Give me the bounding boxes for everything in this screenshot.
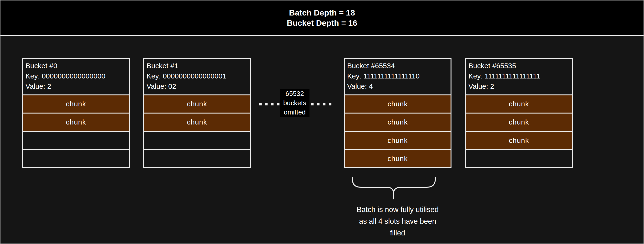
chunk-label: chunk <box>509 100 529 108</box>
chunk-label: chunk <box>388 118 408 126</box>
chunk-slot-empty <box>466 149 572 167</box>
annotation-line: Batch is now fully utilised <box>345 204 450 215</box>
bucket-1-info: Bucket #1 Key: 0000000000000001 Value: 0… <box>144 59 250 94</box>
bucket-title: Bucket #65534 <box>347 61 449 71</box>
chunk-slot-empty <box>144 149 250 167</box>
bucket-depth-text: Bucket Depth = 16 <box>287 18 358 28</box>
chunk-slot-filled: chunk <box>144 94 250 113</box>
omitted-count: 65532 <box>286 89 304 98</box>
chunk-slot-empty <box>144 131 250 149</box>
bucket-1-card: Bucket #1 Key: 0000000000000001 Value: 0… <box>143 58 251 168</box>
bucket-value: Value: 02 <box>146 81 248 91</box>
chunk-slot-filled: chunk <box>345 94 450 113</box>
bucket-key: Key: 1111111111111110 <box>347 71 449 81</box>
batch-depth-text: Batch Depth = 18 <box>289 8 355 18</box>
bucket-65535-card: Bucket #65535 Key: 1111111111111111 Valu… <box>465 58 573 168</box>
chunk-label: chunk <box>388 136 408 145</box>
chunk-label: chunk <box>66 118 86 126</box>
bucket-title: Bucket #0 <box>26 61 127 71</box>
annotation-line: filled <box>345 227 450 239</box>
bucket-0-info: Bucket #0 Key: 0000000000000000 Value: 2 <box>23 59 129 94</box>
omitted-word-buckets: buckets <box>283 98 306 108</box>
bucket-value: Value: 2 <box>26 81 127 91</box>
chunk-slot-filled: chunk <box>345 149 450 167</box>
omitted-dash-line-right <box>311 103 332 105</box>
chunk-slot-empty <box>23 149 129 167</box>
chunk-slot-empty <box>23 131 129 149</box>
chunk-slot-filled: chunk <box>345 113 450 131</box>
chunk-slot-filled: chunk <box>23 94 129 113</box>
batch-full-annotation: Batch is now fully utilised as all 4 slo… <box>345 204 450 239</box>
omitted-word-omitted: omitted <box>284 108 306 117</box>
chunk-slot-filled: chunk <box>466 131 572 149</box>
bucket-title: Bucket #65535 <box>468 61 570 71</box>
chunk-slot-filled: chunk <box>466 94 572 113</box>
chunk-slot-filled: chunk <box>345 131 450 149</box>
annotation-line: as all 4 slots have been <box>345 215 450 227</box>
bucket-0-card: Bucket #0 Key: 0000000000000000 Value: 2… <box>22 58 130 168</box>
chunk-slot-filled: chunk <box>23 113 129 131</box>
chunk-label: chunk <box>388 100 408 108</box>
chunk-label: chunk <box>66 100 86 108</box>
diagram-canvas: Batch Depth = 18 Bucket Depth = 16 Bucke… <box>0 0 644 244</box>
omitted-dash-line-left <box>259 103 280 105</box>
chunk-label: chunk <box>187 118 207 126</box>
bucket-key: Key: 0000000000000000 <box>26 71 127 81</box>
bucket-value: Value: 4 <box>347 81 449 91</box>
chunk-label: chunk <box>388 155 408 163</box>
chunk-label: chunk <box>509 118 529 126</box>
bucket-key: Key: 1111111111111111 <box>468 71 570 81</box>
batch-full-brace <box>352 176 436 200</box>
chunk-label: chunk <box>187 100 207 108</box>
header-banner: Batch Depth = 18 Bucket Depth = 16 <box>0 1 644 36</box>
bucket-title: Bucket #1 <box>146 61 248 71</box>
chunk-slot-filled: chunk <box>466 113 572 131</box>
bucket-65535-info: Bucket #65535 Key: 1111111111111111 Valu… <box>466 59 572 94</box>
chunk-label: chunk <box>509 136 529 145</box>
chunk-slot-filled: chunk <box>144 113 250 131</box>
bucket-key: Key: 0000000000000001 <box>146 71 248 81</box>
bucket-65534-info: Bucket #65534 Key: 1111111111111110 Valu… <box>345 59 450 94</box>
bucket-65534-card: Bucket #65534 Key: 1111111111111110 Valu… <box>344 58 452 168</box>
bucket-value: Value: 2 <box>468 81 570 91</box>
omitted-buckets-label: 65532 buckets omitted <box>280 89 310 117</box>
